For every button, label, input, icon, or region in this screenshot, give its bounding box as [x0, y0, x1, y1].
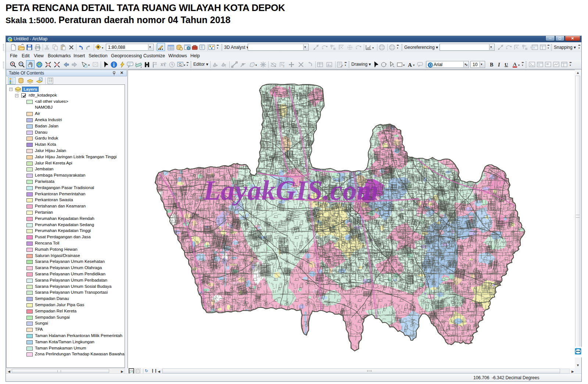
svg-text:O: O: [429, 63, 433, 67]
svg-text:U: U: [505, 62, 508, 67]
svg-text:I: I: [498, 62, 500, 68]
svg-text:B: B: [490, 62, 493, 68]
svg-text:A: A: [513, 61, 517, 67]
svg-text:LayakGIS.com: LayakGIS.com: [203, 175, 379, 206]
svg-text:A: A: [408, 62, 412, 68]
svg-text:1: 1: [283, 65, 284, 68]
